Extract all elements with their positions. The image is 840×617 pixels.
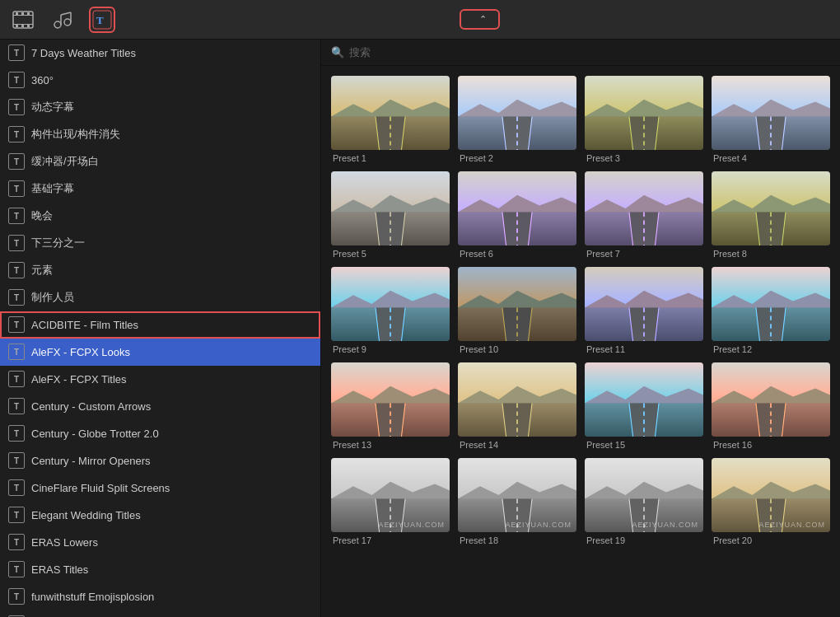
preset-item-p8[interactable]: Preset 8 xyxy=(712,171,830,259)
t-icon: T xyxy=(8,180,25,197)
preset-thumbnail xyxy=(458,76,576,150)
sidebar-item-credits[interactable]: T制作人员 xyxy=(0,284,320,311)
sidebar-item-label: AleFX - FCPX Titles xyxy=(31,373,127,386)
preset-item-p12[interactable]: Preset 12 xyxy=(712,267,830,354)
preset-item-p13[interactable]: Preset 13 xyxy=(331,362,450,450)
t-icon: T xyxy=(8,588,25,605)
sidebar-item-label: 7 Days Weather Titles xyxy=(31,47,136,59)
sidebar-item-build[interactable]: T构件出现/构件消失 xyxy=(0,121,320,148)
preset-item-p14[interactable]: Preset 14 xyxy=(458,362,576,450)
sidebar-item-century-mirror[interactable]: TCentury - Mirror Openers xyxy=(0,447,320,474)
preset-item-p16[interactable]: Preset 16 xyxy=(712,362,830,450)
sidebar-item-label: 晚会 xyxy=(31,208,53,223)
preset-item-p6[interactable]: Preset 6 xyxy=(458,171,576,259)
t-icon: T xyxy=(8,126,25,143)
preset-item-p11[interactable]: Preset 11 xyxy=(585,267,703,354)
t-icon: T xyxy=(8,262,25,278)
preset-item-p4[interactable]: Preset 4 xyxy=(712,76,830,163)
title-icon[interactable]: T xyxy=(89,7,115,33)
svg-rect-3 xyxy=(16,12,18,15)
preset-thumbnail xyxy=(331,362,450,437)
preset-label: Preset 10 xyxy=(458,344,498,354)
svg-rect-7 xyxy=(21,25,24,27)
t-icon: T xyxy=(8,398,25,414)
preset-label: Preset 7 xyxy=(585,249,620,259)
preset-thumbnail xyxy=(585,171,703,245)
preset-label: Preset 4 xyxy=(712,153,747,163)
preset-item-p7[interactable]: Preset 7 xyxy=(585,171,703,259)
preset-label: Preset 13 xyxy=(331,440,371,450)
sidebar-item-basic[interactable]: T基础字幕 xyxy=(0,175,320,203)
sidebar-item-label: CineFlare Fluid Split Screens xyxy=(31,482,170,494)
sidebar-item-lowerthird[interactable]: T下三分之一 xyxy=(0,230,320,257)
sidebar-item-elegant-wedding[interactable]: TElegant Wedding Titles xyxy=(0,502,320,529)
svg-point-9 xyxy=(54,21,61,28)
t-icon: T xyxy=(8,208,25,224)
sidebar-item-evening[interactable]: T晚会 xyxy=(0,203,320,230)
preset-item-p15[interactable]: Preset 15 xyxy=(585,362,703,450)
sidebar-item-alefx-titles[interactable]: TAleFX - FCPX Titles xyxy=(0,366,320,393)
preset-thumbnail xyxy=(331,76,450,150)
t-icon: T xyxy=(8,153,25,170)
sidebar-item-eras-lowers[interactable]: TERAS Lowers xyxy=(0,529,320,556)
svg-line-13 xyxy=(61,12,71,15)
svg-rect-8 xyxy=(27,25,30,27)
sidebar-item-century-globe[interactable]: TCentury - Globe Trotter 2.0 xyxy=(0,420,320,447)
t-icon: T xyxy=(8,561,25,577)
t-icon: T xyxy=(8,316,25,333)
sidebar-item-eras-titles[interactable]: TERAS Titles xyxy=(0,556,320,583)
sidebar-item-acidbite[interactable]: TACIDBITE - Film Titles xyxy=(0,311,320,339)
music-icon[interactable] xyxy=(49,7,76,33)
svg-rect-1 xyxy=(13,15,33,16)
preset-item-p1[interactable]: Preset 1 xyxy=(331,76,450,163)
preset-item-p9[interactable]: Preset 9 xyxy=(331,267,450,354)
preset-thumbnail xyxy=(458,362,576,437)
t-icon: T xyxy=(8,507,25,523)
sidebar-item-label: AleFX - FCPX Looks xyxy=(31,346,130,358)
preset-item-p17[interactable]: AEZIYUAN.COMPreset 17 xyxy=(331,458,450,545)
preset-item-p20[interactable]: AEZIYUAN.COMPreset 20 xyxy=(712,458,830,545)
sidebar-item-cineflare[interactable]: TCineFlare Fluid Split Screens xyxy=(0,474,320,502)
sidebar-item-fxfactory[interactable]: TFxFactory Pro xyxy=(0,610,320,617)
sidebar-item-label: 360° xyxy=(31,74,54,86)
search-input[interactable] xyxy=(349,46,830,58)
preset-thumbnail xyxy=(331,267,450,341)
search-bar: 🔍 xyxy=(321,40,840,66)
preset-thumbnail: AEZIYUAN.COM xyxy=(458,458,576,532)
preset-label: Preset 3 xyxy=(585,153,620,163)
t-icon: T xyxy=(8,235,25,251)
preset-item-p19[interactable]: AEZIYUAN.COMPreset 19 xyxy=(585,458,703,545)
sidebar-item-element[interactable]: T元素 xyxy=(0,257,320,284)
sidebar-item-funwithstuff[interactable]: Tfunwithstuff Emojisplosion xyxy=(0,583,320,610)
preset-label: Preset 5 xyxy=(331,249,366,259)
sidebar-item-alefx-looks[interactable]: TAleFX - FCPX Looks xyxy=(0,339,320,366)
preset-item-p18[interactable]: AEZIYUAN.COMPreset 18 xyxy=(458,458,576,545)
sidebar-item-bumper[interactable]: T缓冲器/开场白 xyxy=(0,148,320,175)
sidebar-item-dynamic[interactable]: T动态字幕 xyxy=(0,94,320,121)
sidebar-item-label: 缓冲器/开场白 xyxy=(31,154,99,169)
sidebar-item-label: 制作人员 xyxy=(31,290,74,305)
sidebar-item-century-arrows[interactable]: TCentury - Custom Arrows xyxy=(0,393,320,420)
main-layout: T7 Days Weather TitlesT360°T动态字幕T构件出现/构件… xyxy=(0,40,840,617)
svg-rect-4 xyxy=(21,12,24,15)
content-area: 🔍 Preset 1Preset 2Preset 3Preset 4Preset… xyxy=(321,40,840,617)
sidebar-item-7days[interactable]: T7 Days Weather Titles xyxy=(0,40,320,67)
sidebar: T7 Days Weather TitlesT360°T动态字幕T构件出现/构件… xyxy=(0,40,321,617)
preset-label: Preset 15 xyxy=(585,440,625,450)
presets-grid: Preset 1Preset 2Preset 3Preset 4Preset 5… xyxy=(321,66,840,617)
film-icon[interactable] xyxy=(10,7,36,33)
preset-thumbnail xyxy=(712,76,830,150)
sidebar-item-360[interactable]: T360° xyxy=(0,67,320,94)
preset-item-p10[interactable]: Preset 10 xyxy=(458,267,576,354)
sidebar-item-label: Century - Custom Arrows xyxy=(31,400,151,413)
preset-thumbnail xyxy=(458,171,576,245)
svg-rect-6 xyxy=(16,25,18,27)
search-icon: 🔍 xyxy=(331,46,344,58)
svg-text:T: T xyxy=(96,14,104,26)
preset-item-p3[interactable]: Preset 3 xyxy=(585,76,703,163)
sidebar-item-label: 元素 xyxy=(31,263,53,278)
preset-label: Preset 6 xyxy=(458,249,493,259)
preset-item-p5[interactable]: Preset 5 xyxy=(331,171,450,259)
installed-dropdown[interactable]: ⌃ xyxy=(460,9,500,30)
preset-item-p2[interactable]: Preset 2 xyxy=(458,76,576,163)
